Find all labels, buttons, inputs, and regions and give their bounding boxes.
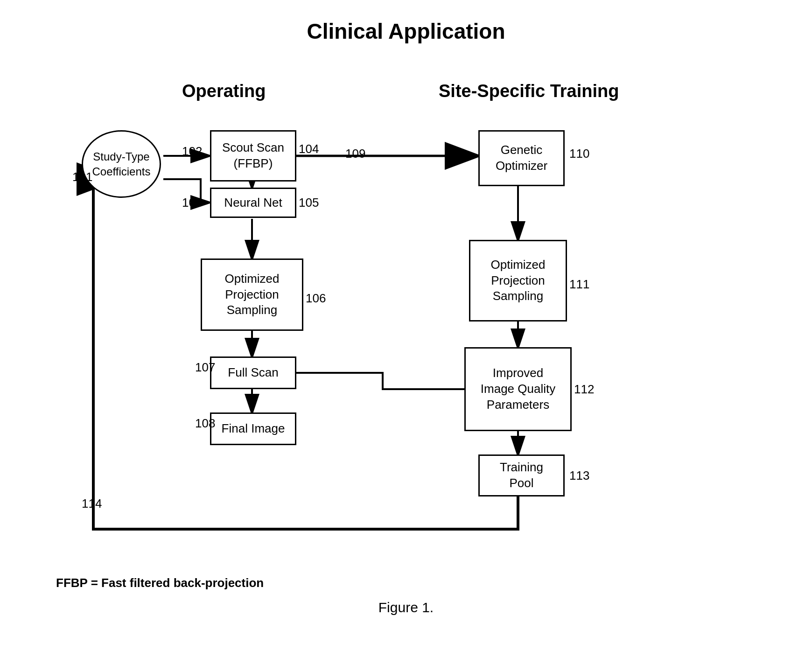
label-101: 101 (72, 170, 92, 184)
img-quality-node: Improved Image Quality Parameters (464, 347, 572, 431)
label-107: 107 (195, 360, 215, 375)
label-112: 112 (574, 382, 594, 397)
label-104: 104 (299, 142, 319, 156)
training-pool-node: Training Pool (478, 454, 565, 496)
genetic-opt-node: Genetic Optimizer (478, 130, 565, 186)
label-108: 108 (195, 416, 215, 431)
figure-caption: Figure 1. (378, 600, 434, 615)
arrows-svg (56, 58, 756, 571)
label-102: 102 (182, 144, 202, 159)
label-109: 109 (345, 147, 365, 161)
label-111: 111 (569, 277, 589, 292)
final-image-node: Final Image (210, 412, 296, 445)
label-113: 113 (569, 468, 589, 483)
label-103: 103 (182, 196, 202, 210)
opt-proj-operating-node: Optimized Projection Sampling (201, 259, 303, 331)
page-container: Clinical Application (0, 0, 812, 650)
footnote: FFBP = Fast filtered back-projection (56, 576, 264, 590)
label-114: 114 (82, 496, 102, 511)
site-specific-header: Site-Specific Training (439, 81, 619, 101)
label-110: 110 (569, 147, 589, 161)
scout-scan-node: Scout Scan (FFBP) (210, 130, 296, 182)
full-scan-node: Full Scan (210, 356, 296, 389)
neural-net-node: Neural Net (210, 188, 296, 218)
diagram-area: Operating Site-Specific Training Study-T… (56, 58, 756, 571)
main-title: Clinical Application (307, 19, 505, 44)
study-type-node: Study-Type Coefficients (82, 130, 161, 198)
label-105: 105 (299, 196, 319, 210)
operating-header: Operating (182, 81, 266, 101)
opt-proj-training-node: Optimized Projection Sampling (469, 240, 567, 322)
label-106: 106 (306, 291, 326, 306)
